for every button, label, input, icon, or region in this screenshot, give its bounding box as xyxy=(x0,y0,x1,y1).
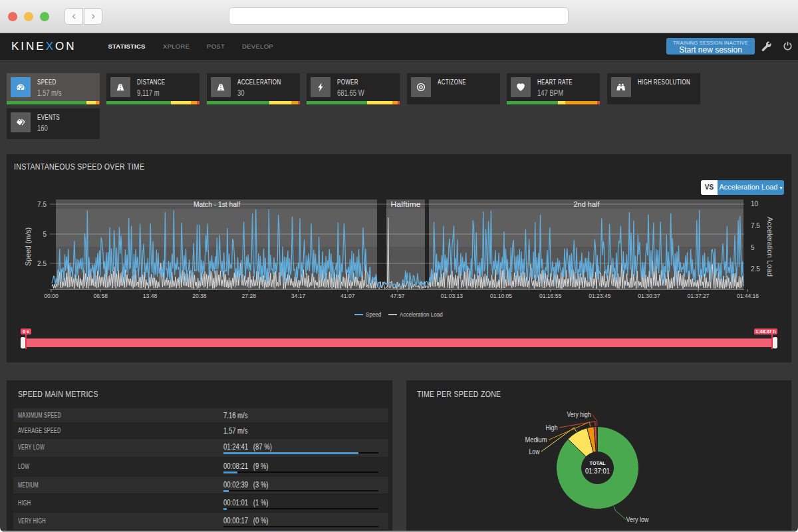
svg-text:01:37:01: 01:37:01 xyxy=(585,467,610,475)
svg-text:06:58: 06:58 xyxy=(94,293,108,299)
svg-text:01:16:55: 01:16:55 xyxy=(539,293,561,299)
svg-text:20:38: 20:38 xyxy=(192,293,207,299)
svg-text:Acceleration Load: Acceleration Load xyxy=(766,217,774,277)
svg-text:13:48: 13:48 xyxy=(143,293,158,299)
svg-text:01:03:13: 01:03:13 xyxy=(441,293,463,299)
svg-text:2.5: 2.5 xyxy=(751,265,760,273)
svg-text:01:37:27: 01:37:27 xyxy=(687,293,709,299)
svg-text:TOTAL: TOTAL xyxy=(589,460,605,466)
svg-text:5: 5 xyxy=(751,244,755,251)
svg-text:Low: Low xyxy=(529,448,540,456)
svg-text:Speed (m/s): Speed (m/s) xyxy=(24,227,32,266)
svg-text:01:10:05: 01:10:05 xyxy=(490,293,512,299)
svg-text:00:00: 00:00 xyxy=(44,293,59,299)
svg-text:Medium: Medium xyxy=(525,436,547,444)
svg-text:41:07: 41:07 xyxy=(340,293,355,299)
svg-text:01:44:16: 01:44:16 xyxy=(737,293,759,299)
svg-text:34:17: 34:17 xyxy=(291,293,306,299)
svg-text:2.5: 2.5 xyxy=(37,260,47,267)
svg-text:01:23:45: 01:23:45 xyxy=(589,293,610,299)
svg-text:01:30:37: 01:30:37 xyxy=(638,293,660,299)
svg-text:10: 10 xyxy=(751,200,759,207)
svg-text:Very high: Very high xyxy=(567,411,591,418)
svg-text:27:28: 27:28 xyxy=(241,293,256,299)
svg-text:5: 5 xyxy=(43,231,47,238)
svg-text:Very low: Very low xyxy=(626,516,649,523)
svg-text:High: High xyxy=(545,424,557,432)
svg-text:47:57: 47:57 xyxy=(390,293,405,299)
svg-text:7.5: 7.5 xyxy=(37,201,47,208)
svg-text:7.5: 7.5 xyxy=(751,222,760,229)
